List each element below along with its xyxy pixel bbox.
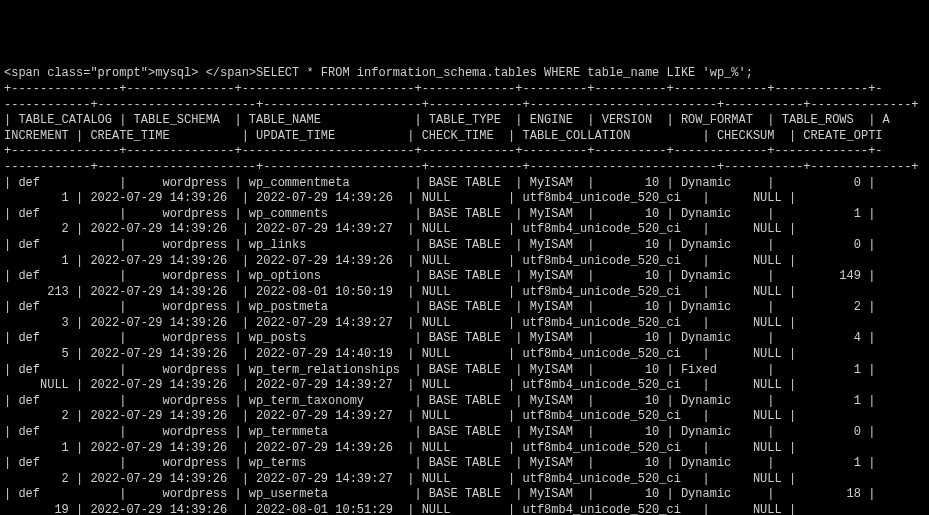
- terminal-output: <span class="prompt">mysql> </span>SELEC…: [4, 66, 925, 515]
